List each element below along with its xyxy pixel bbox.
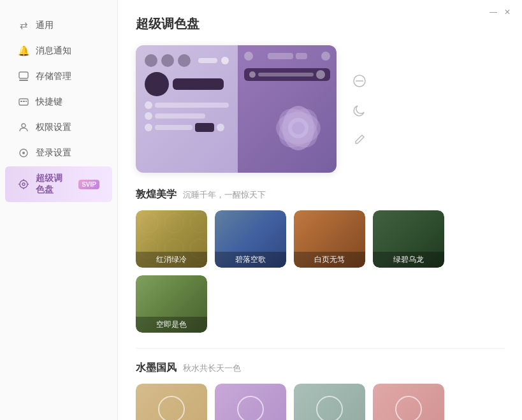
theme-card-shuimo-2[interactable]: 丁香紫 — [215, 384, 286, 420]
dunhuang-section: 敦煌美学 沉睡千年，一醒惊天下 红消绿冷 碧落空歌 白页无笃 — [136, 188, 504, 333]
svg-rect-5 — [25, 101, 27, 102]
svg-rect-3 — [20, 101, 22, 102]
sidebar-item-login[interactable]: 登录设置 — [5, 141, 112, 165]
shuimo-header: 水墨国风 秋水共长天一色 — [136, 361, 504, 375]
theme-card-shuimo-4[interactable]: 辰砂色 — [373, 384, 444, 420]
shuimo-title: 水墨国风 — [136, 361, 177, 375]
dunhuang-label-3: 白页无笃 — [294, 252, 365, 268]
sidebar-item-storage[interactable]: 存储管理 — [5, 64, 112, 89]
permissions-icon — [18, 122, 29, 133]
general-icon: ⇄ — [18, 20, 29, 31]
theme-card-shuimo-1[interactable]: 典雅金 — [136, 384, 207, 420]
notification-icon: 🔔 — [18, 45, 29, 57]
theme-card-dunhuang-5[interactable]: 空即是色 — [136, 275, 207, 333]
dunhuang-subtitle: 沉睡千年，一醒惊天下 — [183, 189, 266, 201]
dunhuang-title: 敦煌美学 — [136, 188, 177, 201]
shortcuts-icon — [18, 96, 29, 108]
sidebar-label-storage: 存储管理 — [36, 71, 71, 82]
theme-card-dunhuang-3[interactable]: 白页无笃 — [294, 210, 365, 268]
svg-rect-1 — [19, 80, 28, 81]
svip-badge: SVIP — [78, 180, 99, 189]
sidebar: ⇄ 通用 🔔 消息通知 存储管理 快捷键 权限设置 登录设置 超级调色盘 SVI… — [0, 0, 118, 420]
night-mode-icon[interactable] — [349, 100, 370, 120]
sidebar-item-permissions[interactable]: 权限设置 — [5, 115, 112, 140]
sidebar-item-general[interactable]: ⇄ 通用 — [5, 13, 112, 38]
close-button[interactable]: ✕ — [503, 8, 512, 17]
preview-area — [136, 45, 504, 173]
sidebar-label-notifications: 消息通知 — [36, 45, 71, 57]
edit-icon[interactable] — [349, 129, 370, 150]
login-icon — [18, 147, 29, 159]
main-content: — ✕ 超级调色盘 — [118, 0, 522, 420]
sidebar-label-shortcuts: 快捷键 — [36, 96, 62, 108]
theme-card-shuimo-3[interactable]: 芸豆青 — [294, 384, 365, 420]
no-entry-icon[interactable] — [349, 71, 370, 91]
dunhuang-label-5: 空即是色 — [136, 317, 207, 333]
sidebar-label-palette: 超级调色盘 — [36, 173, 69, 196]
svg-point-10 — [22, 183, 25, 185]
theme-card-dunhuang-2[interactable]: 碧落空歌 — [215, 210, 286, 268]
shuimo-subtitle: 秋水共长天一色 — [183, 363, 241, 374]
theme-card-dunhuang-1[interactable]: 红消绿冷 — [136, 210, 207, 268]
storage-icon — [18, 71, 29, 82]
dunhuang-label-4: 绿碧乌龙 — [373, 252, 444, 268]
minimize-button[interactable]: — — [489, 8, 498, 17]
sidebar-label-general: 通用 — [36, 20, 54, 31]
svg-point-8 — [22, 152, 25, 154]
sidebar-item-notifications[interactable]: 🔔 消息通知 — [5, 39, 112, 63]
shuimo-themes: 典雅金 丁香紫 芸豆青 辰砂色 — [136, 384, 504, 420]
sidebar-item-shortcuts[interactable]: 快捷键 — [5, 90, 112, 114]
preview-tools — [349, 45, 370, 173]
dunhuang-header: 敦煌美学 沉睡千年，一醒惊天下 — [136, 188, 504, 201]
shuimo-section: 水墨国风 秋水共长天一色 典雅金 丁香紫 — [136, 361, 504, 420]
page-title: 超级调色盘 — [136, 15, 504, 33]
palette-icon — [18, 178, 29, 190]
titlebar-controls: — ✕ — [489, 8, 512, 17]
divider-1 — [136, 348, 504, 349]
sidebar-label-permissions: 权限设置 — [36, 122, 71, 133]
svg-point-6 — [22, 124, 25, 127]
dunhuang-themes: 红消绿冷 碧落空歌 白页无笃 绿碧乌龙 空即是色 — [136, 210, 504, 333]
sidebar-label-login: 登录设置 — [36, 147, 71, 159]
dunhuang-label-1: 红消绿冷 — [136, 252, 207, 268]
svg-rect-0 — [19, 72, 28, 78]
sidebar-item-palette[interactable]: 超级调色盘 SVIP — [5, 166, 112, 202]
svg-rect-4 — [23, 101, 25, 102]
svg-point-9 — [20, 180, 27, 188]
dunhuang-label-2: 碧落空歌 — [215, 252, 286, 268]
theme-card-dunhuang-4[interactable]: 绿碧乌龙 — [373, 210, 444, 268]
svg-point-20 — [292, 122, 305, 134]
